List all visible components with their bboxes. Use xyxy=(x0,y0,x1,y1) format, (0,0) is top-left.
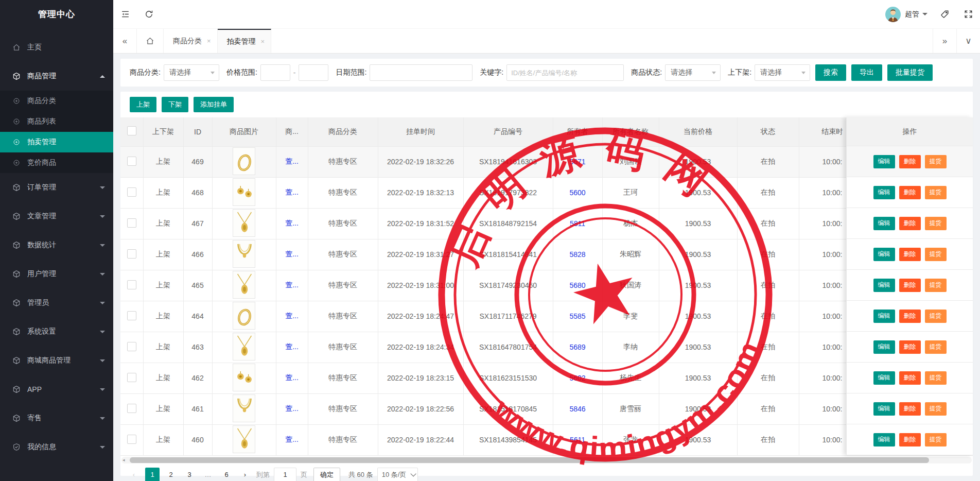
gold-necklace-image[interactable] xyxy=(233,394,255,422)
row-checkbox[interactable] xyxy=(127,218,136,228)
owner-id-link[interactable]: 5689 xyxy=(569,343,585,351)
gold-pendant-image[interactable] xyxy=(233,209,255,237)
gold-pendant-image[interactable] xyxy=(233,333,255,360)
row-checkbox[interactable] xyxy=(127,373,136,382)
edit-button[interactable]: 编辑 xyxy=(873,279,895,292)
pickup-button[interactable]: 提货 xyxy=(925,155,947,168)
date-range-input[interactable] xyxy=(370,64,472,81)
product-name-link[interactable]: 萱... xyxy=(285,312,299,320)
tag-button[interactable] xyxy=(933,0,956,29)
select-all-checkbox[interactable] xyxy=(127,126,136,135)
jump-page-input[interactable] xyxy=(274,468,296,481)
owner-id-link[interactable]: 5600 xyxy=(569,188,585,197)
sidebar-item-my-info[interactable]: 我的信息 xyxy=(0,433,113,461)
product-name-link[interactable]: 萱... xyxy=(285,435,299,443)
batch-pickup-button[interactable]: 批量提货 xyxy=(887,64,933,81)
row-checkbox[interactable] xyxy=(127,187,136,197)
pickup-button[interactable]: 提货 xyxy=(925,248,947,261)
status-select[interactable]: 请选择 xyxy=(665,64,721,81)
prev-page-button[interactable]: ‹ xyxy=(127,468,141,481)
sidebar-item-product-category[interactable]: 商品分类 xyxy=(0,91,113,111)
delete-button[interactable]: 删除 xyxy=(899,217,921,230)
confirm-button[interactable]: 确定 xyxy=(313,468,340,481)
row-checkbox[interactable] xyxy=(127,311,136,320)
owner-id-link[interactable]: 5680 xyxy=(569,281,585,289)
owner-id-link[interactable]: 5602 xyxy=(569,374,585,382)
row-checkbox[interactable] xyxy=(127,435,136,444)
sidebar-item-app[interactable]: APP xyxy=(0,375,113,404)
sidebar-item-order-management[interactable]: 订单管理 xyxy=(0,173,113,202)
edit-button[interactable]: 编辑 xyxy=(873,248,895,261)
page-size-select[interactable]: 10 条/页 xyxy=(377,468,418,481)
edit-button[interactable]: 编辑 xyxy=(873,186,895,199)
export-button[interactable]: 导出 xyxy=(851,64,882,81)
gold-earrings-image[interactable] xyxy=(233,178,255,206)
page-button-2[interactable]: 2 xyxy=(164,468,178,481)
owner-id-link[interactable]: 5846 xyxy=(569,405,585,413)
pickup-button[interactable]: 提货 xyxy=(925,186,947,199)
product-name-link[interactable]: 萱... xyxy=(285,373,299,382)
pickup-button[interactable]: 提货 xyxy=(925,310,947,323)
sidebar-item-bidding-products[interactable]: 竞价商品 xyxy=(0,152,113,173)
category-select[interactable]: 请选择 xyxy=(164,64,219,81)
owner-id-link[interactable]: 5585 xyxy=(569,312,585,320)
row-checkbox[interactable] xyxy=(127,342,136,351)
close-icon[interactable]: × xyxy=(207,37,211,45)
row-checkbox[interactable] xyxy=(127,280,136,289)
sidebar-item-product-management[interactable]: 商品管理 xyxy=(0,62,113,91)
delete-button[interactable]: 删除 xyxy=(899,402,921,416)
fullscreen-button[interactable] xyxy=(956,0,980,29)
edit-button[interactable]: 编辑 xyxy=(873,433,895,446)
page-button-1[interactable]: 1 xyxy=(145,468,160,481)
delete-button[interactable]: 删除 xyxy=(899,340,921,354)
delete-button[interactable]: 删除 xyxy=(899,248,921,261)
pickup-button[interactable]: 提货 xyxy=(925,402,947,416)
product-name-link[interactable]: 萱... xyxy=(285,188,299,196)
price-min-input[interactable] xyxy=(260,64,290,81)
product-name-link[interactable]: 萱... xyxy=(285,342,299,351)
edit-button[interactable]: 编辑 xyxy=(873,371,895,385)
row-checkbox[interactable] xyxy=(127,249,136,259)
sidebar-item-system-settings[interactable]: 系统设置 xyxy=(0,317,113,346)
delete-button[interactable]: 删除 xyxy=(899,371,921,385)
sidebar-item-home[interactable]: 主页 xyxy=(0,33,113,62)
tabs-scroll-left-button[interactable]: « xyxy=(113,29,137,53)
scrollbar-thumb[interactable] xyxy=(130,457,929,463)
delete-button[interactable]: 删除 xyxy=(899,433,921,446)
gold-pendant-image[interactable] xyxy=(233,425,255,453)
product-name-link[interactable]: 萱... xyxy=(285,281,299,289)
owner-id-link[interactable]: 5611 xyxy=(570,436,585,444)
tab-home[interactable] xyxy=(137,29,164,53)
pickup-button[interactable]: 提货 xyxy=(925,217,947,230)
sidebar-item-mall-product-management[interactable]: 商城商品管理 xyxy=(0,346,113,375)
delete-button[interactable]: 删除 xyxy=(899,155,921,168)
edit-button[interactable]: 编辑 xyxy=(873,155,895,168)
price-max-input[interactable] xyxy=(299,64,328,81)
close-icon[interactable]: × xyxy=(261,38,265,45)
owner-id-link[interactable]: 5671 xyxy=(569,158,585,166)
gold-earrings-image[interactable] xyxy=(233,364,255,391)
product-name-link[interactable]: 萱... xyxy=(285,219,299,227)
edit-button[interactable]: 编辑 xyxy=(873,340,895,354)
add-listing-button[interactable]: 添加挂单 xyxy=(194,97,234,112)
sidebar-item-data-statistics[interactable]: 数据统计 xyxy=(0,231,113,260)
page-button-6[interactable]: 6 xyxy=(219,468,234,481)
sidebar-item-product-list[interactable]: 商品列表 xyxy=(0,111,113,132)
owner-id-link[interactable]: 5828 xyxy=(569,250,585,259)
edit-button[interactable]: 编辑 xyxy=(873,402,895,416)
collapse-sidebar-button[interactable] xyxy=(113,0,137,29)
row-checkbox[interactable] xyxy=(127,404,136,413)
refresh-button[interactable] xyxy=(137,0,161,29)
delete-button[interactable]: 删除 xyxy=(899,279,921,292)
gold-ring-image[interactable] xyxy=(233,147,255,175)
keyword-input[interactable] xyxy=(506,64,624,81)
gold-ring-image[interactable] xyxy=(233,302,255,330)
pickup-button[interactable]: 提货 xyxy=(925,340,947,354)
product-name-link[interactable]: 萱... xyxy=(285,157,299,165)
pickup-button[interactable]: 提货 xyxy=(925,433,947,446)
gold-pendant-image[interactable] xyxy=(233,271,255,299)
sidebar-item-user-management[interactable]: 用户管理 xyxy=(0,260,113,288)
next-page-button[interactable]: › xyxy=(238,468,252,481)
page-button-3[interactable]: 3 xyxy=(182,468,197,481)
row-checkbox[interactable] xyxy=(127,157,136,166)
